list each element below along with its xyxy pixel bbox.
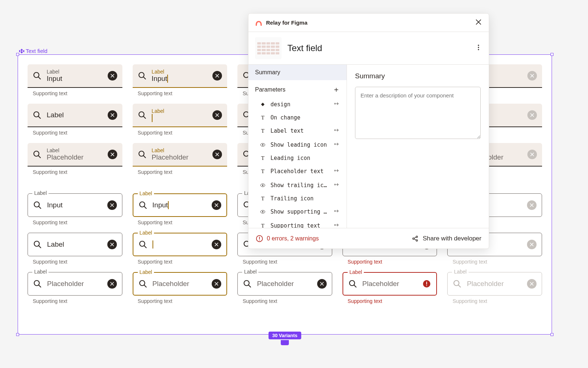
resize-handle[interactable] (16, 53, 19, 56)
resize-handle[interactable] (551, 53, 553, 56)
share-icon (412, 235, 419, 242)
variant[interactable]: LabelPlaceholderSupporting text (447, 272, 542, 304)
panel-footer: 0 errors, 2 warnings Share with develope… (248, 228, 489, 249)
search-icon (139, 201, 147, 210)
parameter-item[interactable]: TPlaceholder text (248, 164, 347, 178)
param-name: Placeholder text (270, 168, 329, 175)
variant[interactable]: LabelInputSupporting text (28, 193, 122, 225)
param-type-icon (259, 142, 266, 148)
clear-icon (212, 240, 221, 249)
supporting-text: Supporting text (138, 219, 227, 225)
param-name: Show leading icon (270, 142, 329, 148)
param-action-icon (333, 222, 340, 228)
variant[interactable]: LabelPlaceholderSupporting text (28, 143, 122, 175)
variant[interactable]: LabelInputSupporting text (133, 193, 227, 225)
param-action-icon (333, 127, 340, 135)
variants-tab[interactable] (281, 340, 289, 345)
supporting-text: Supporting text (138, 169, 227, 175)
parameter-item[interactable]: Show trailing icon (248, 178, 347, 192)
placeholder: Placeholder (153, 280, 207, 288)
variant[interactable]: LabelPlaceholderSupporting text (343, 272, 437, 304)
clear-icon (212, 71, 222, 81)
more-button[interactable] (475, 44, 482, 53)
clear-icon (527, 279, 537, 289)
supporting-text: Supporting text (348, 298, 437, 304)
input-value: Input (152, 75, 208, 83)
clear-icon (107, 200, 117, 210)
variant[interactable]: LabelPlaceholderSupporting text (28, 272, 122, 304)
component-header: Text field (248, 32, 489, 65)
resize-handle[interactable] (16, 333, 19, 336)
parameter-item[interactable]: TLabel text (248, 124, 347, 138)
input-value (152, 114, 208, 122)
clear-icon (107, 240, 117, 249)
share-button[interactable]: Share with developer (412, 235, 481, 242)
param-type-icon: T (259, 168, 266, 175)
variant[interactable]: LabelInputSupporting text (28, 64, 122, 96)
label: Label (242, 269, 258, 275)
param-type-icon: T (259, 128, 266, 134)
parameter-item[interactable]: TLeading icon (248, 152, 347, 164)
label: Label (152, 108, 208, 114)
variant[interactable]: LabelPlaceholderSupporting text (237, 272, 332, 304)
parameter-item[interactable]: design (248, 97, 347, 111)
supporting-text: Supporting text (33, 298, 122, 304)
error-icon (422, 279, 431, 288)
search-icon (138, 71, 147, 80)
clear-icon (212, 110, 222, 120)
placeholder: Placeholder (362, 280, 417, 288)
parameter-item[interactable]: TTrailing icon (248, 192, 347, 205)
clear-icon (212, 279, 221, 289)
input-value: Input (47, 201, 102, 209)
variant[interactable]: LabelInputSupporting text (133, 64, 227, 96)
relay-panel: Relay for Figma Text field Summary Param… (248, 13, 489, 249)
resize-handle[interactable] (551, 333, 553, 336)
clear-icon (527, 71, 537, 81)
placeholder: Placeholder (47, 280, 102, 288)
supporting-text: Supporting text (33, 259, 122, 265)
parameter-item[interactable]: Show supporting t… (248, 205, 347, 219)
param-type-icon: T (259, 223, 266, 228)
supporting-text: Supporting text (33, 130, 122, 136)
parameters-header: Parameters ＋ (248, 80, 347, 97)
clear-icon (212, 150, 222, 159)
placeholder: Placeholder (257, 280, 312, 288)
variant[interactable]: LabelPlaceholderSupporting text (133, 143, 227, 175)
frame-label[interactable]: Text field (19, 48, 47, 54)
variant[interactable]: LabelSupporting text (133, 233, 227, 265)
warning-icon (256, 235, 263, 242)
label: Label (47, 69, 103, 75)
label: Label (47, 147, 103, 153)
content-pane: Summary (347, 65, 489, 228)
clear-icon (107, 279, 117, 289)
add-parameter-button[interactable]: ＋ (333, 85, 340, 94)
parameter-item[interactable]: TSupporting text (248, 219, 347, 228)
search-icon (139, 279, 147, 288)
label: Label (32, 190, 49, 196)
param-type-icon: T (259, 155, 266, 161)
status-text[interactable]: 0 errors, 2 warnings (256, 235, 319, 242)
variant[interactable]: LabelSupporting text (28, 104, 122, 136)
supporting-text: Supporting text (452, 259, 542, 265)
search-icon (138, 111, 147, 119)
param-name: Supporting text (270, 222, 329, 228)
param-name: On change (270, 114, 329, 121)
close-button[interactable] (475, 18, 482, 27)
sidebar-item-summary[interactable]: Summary (248, 65, 347, 80)
variant[interactable]: LabelSupporting text (133, 104, 227, 136)
supporting-text: Supporting text (138, 298, 227, 304)
description-input[interactable] (355, 87, 481, 139)
clear-icon (108, 71, 117, 81)
search-icon (33, 240, 42, 249)
parameter-item[interactable]: TOn change (248, 111, 347, 124)
relay-logo-icon (255, 19, 262, 26)
variant[interactable]: LabelPlaceholderSupporting text (133, 272, 227, 304)
input-value: Input (153, 201, 207, 210)
supporting-text: Supporting text (33, 219, 122, 225)
param-name: Trailing icon (270, 195, 329, 202)
variant[interactable]: LabelSupporting text (28, 233, 122, 265)
label: Label (152, 69, 208, 75)
search-icon (33, 111, 42, 119)
clear-icon (212, 200, 221, 210)
parameter-item[interactable]: Show leading icon (248, 138, 347, 152)
